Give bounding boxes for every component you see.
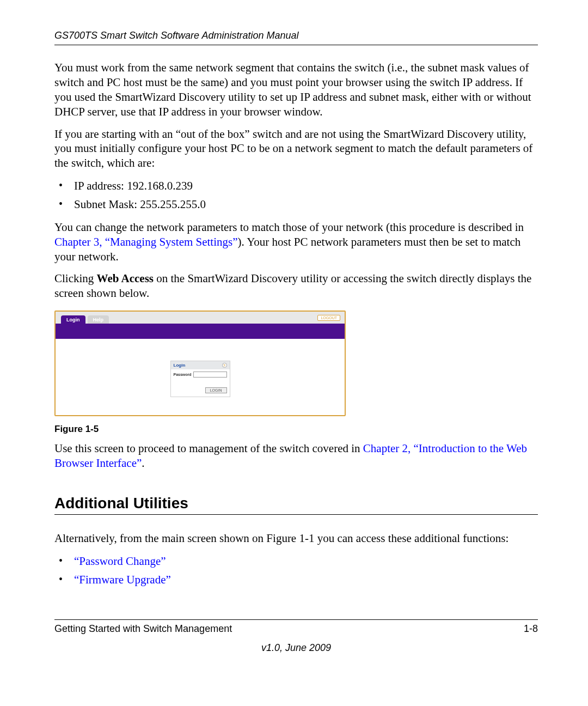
body-paragraph: Use this screen to proceed to management… (54, 441, 538, 471)
document-page: GS700TS Smart Switch Software Administra… (0, 0, 588, 675)
text-run: Clicking (54, 272, 97, 285)
body-paragraph: Alternatively, from the main screen show… (54, 531, 538, 546)
running-header: GS700TS Smart Switch Software Administra… (54, 30, 538, 45)
list-item: “Firmware Upgrade” (54, 572, 538, 587)
link-password-change[interactable]: “Password Change” (74, 555, 166, 568)
text-run: . (142, 457, 144, 470)
password-input[interactable] (193, 372, 227, 378)
link-firmware-upgrade[interactable]: “Firmware Upgrade” (74, 573, 171, 586)
spacer (54, 518, 538, 531)
body-paragraph: You must work from the same network segm… (54, 60, 538, 119)
body-paragraph: You can change the network parameters to… (54, 220, 538, 264)
login-screenshot: Login Help LOGOUT Login ? Password LOGIN (54, 311, 346, 416)
login-panel-footer: LOGIN (171, 380, 230, 397)
text-run: Use this screen to proceed to management… (54, 442, 363, 455)
screenshot-tabbar: Login Help LOGOUT (56, 312, 345, 324)
login-panel: Login ? Password LOGIN (170, 361, 230, 397)
footer-page-number: 1-8 (524, 623, 538, 635)
logout-button[interactable]: LOGOUT (317, 315, 340, 321)
screenshot-body: Login ? Password LOGIN (56, 339, 345, 415)
list-item: “Password Change” (54, 553, 538, 569)
help-icon[interactable]: ? (222, 363, 227, 368)
tab-login[interactable]: Login (61, 315, 85, 324)
list-item: Subnet Mask: 255.255.255.0 (54, 197, 538, 212)
footer-chapter-title: Getting Started with Switch Management (54, 623, 232, 635)
list-item: IP address: 192.168.0.239 (54, 178, 538, 193)
tab-help[interactable]: Help (88, 315, 109, 324)
password-row: Password (171, 369, 230, 380)
figure-caption: Figure 1-5 (54, 424, 538, 435)
body-paragraph: If you are starting with an “out of the … (54, 127, 538, 171)
footer-version: v1.0, June 2009 (54, 642, 538, 654)
login-panel-header: Login ? (171, 361, 230, 369)
page-footer: Getting Started with Switch Management 1… (54, 619, 538, 635)
default-params-list: IP address: 192.168.0.239 Subnet Mask: 2… (54, 178, 538, 212)
utilities-list: “Password Change” “Firmware Upgrade” (54, 553, 538, 588)
text-run: You can change the network parameters to… (54, 221, 524, 234)
login-button[interactable]: LOGIN (205, 387, 227, 393)
login-panel-title: Login (174, 363, 186, 368)
password-label: Password (174, 373, 192, 376)
emphasis-web-access: Web Access (97, 272, 154, 285)
body-paragraph: Clicking Web Access on the SmartWizard D… (54, 271, 538, 301)
link-chapter-3[interactable]: Chapter 3, “Managing System Settings” (54, 235, 238, 248)
section-heading-additional-utilities: Additional Utilities (54, 495, 538, 515)
screenshot-banner (56, 324, 345, 339)
